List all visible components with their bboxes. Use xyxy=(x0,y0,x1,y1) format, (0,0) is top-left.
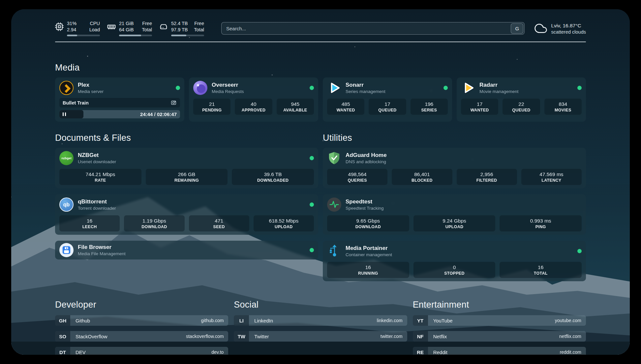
stat-remaining: 266 GBREMAINING xyxy=(146,169,228,185)
card-plex[interactable]: Plex Media server Bullet Train 24:44 / 0 xyxy=(55,77,184,122)
ram-progress-fill xyxy=(119,35,141,36)
stat-queued: 22QUEUED xyxy=(503,99,540,115)
search-input[interactable] xyxy=(226,26,511,31)
ram-label-2: Total xyxy=(142,27,152,33)
card-speedtest[interactable]: Speedtest Speedtest Tracking 9.65 GbpsDO… xyxy=(323,194,586,235)
ram-label-1: Free xyxy=(142,20,152,27)
link-url: linkedin.com xyxy=(377,315,407,326)
stat-series: 196SERIES xyxy=(411,99,448,115)
stat-seed: 471SEED xyxy=(189,215,249,231)
weather-location-temp: Lviv, 16.87°C xyxy=(551,22,586,29)
ram-total: 64 GiB xyxy=(119,27,134,33)
link-twitter[interactable]: TW Twitter twitter.com xyxy=(234,331,407,342)
card-portainer[interactable]: Media Portainer Container management 16R… xyxy=(323,241,586,281)
ram-icon xyxy=(107,22,116,31)
pause-button[interactable] xyxy=(63,112,66,116)
link-youtube[interactable]: YT YouTube youtube.com xyxy=(413,315,586,326)
stat-approved: 40APPROVED xyxy=(235,99,272,115)
search-engine-button[interactable]: G xyxy=(511,23,523,34)
card-subtitle: Media File Management xyxy=(78,251,126,256)
link-url: github.com xyxy=(201,315,228,326)
dashboard-screen: 31%2.94 CPULoad 21 GiB64 GiB xyxy=(11,9,630,355)
ram-stat: 21 GiB64 GiB FreeTotal xyxy=(107,20,152,36)
card-title: File Browser xyxy=(78,244,126,251)
card-subtitle: Usenet downloader xyxy=(78,159,116,164)
link-name: Twitter xyxy=(249,331,269,342)
link-netflix[interactable]: NF Netflix netflix.com xyxy=(413,331,586,342)
cpu-label-2: Load xyxy=(89,27,100,33)
playback-progress-bar: 24:44 / 02:06:47 xyxy=(59,110,180,118)
link-abbr: DT xyxy=(55,347,70,355)
stat-wanted: 485WANTED xyxy=(327,99,364,115)
card-sonarr[interactable]: Sonarr Series management 485WANTED 17QUE… xyxy=(323,77,452,122)
portainer-logo xyxy=(327,244,341,258)
stat-rate: 744.21 MbpsRATE xyxy=(59,169,141,185)
link-name: StackOverflow xyxy=(70,331,107,342)
card-title: Plex xyxy=(78,82,104,88)
link-abbr: YT xyxy=(413,315,428,326)
link-abbr: SO xyxy=(55,331,70,342)
link-stackoverflow[interactable]: SO StackOverflow stackoverflow.com xyxy=(55,331,228,342)
section-title-social: Social xyxy=(234,300,407,310)
card-filebrowser[interactable]: File Browser Media File Management xyxy=(55,241,318,259)
ram-free: 21 GiB xyxy=(119,20,134,27)
card-title: Radarr xyxy=(479,82,519,88)
section-title-entertainment: Entertainment xyxy=(413,300,586,310)
link-reddit[interactable]: RE Reddit reddit.com xyxy=(413,347,586,355)
card-radarr[interactable]: Radarr Movie management 17WANTED 22QUEUE… xyxy=(457,77,586,122)
card-subtitle: Torrent downloader xyxy=(78,206,116,211)
documents-column: Documents & Files nzbget NZBGet Usenet d… xyxy=(55,133,318,281)
status-dot-online xyxy=(310,156,314,160)
link-abbr: RE xyxy=(413,347,428,355)
card-qbittorrent[interactable]: qb qBittorrent Torrent downloader 16LEEC… xyxy=(55,194,318,235)
link-linkedin[interactable]: LI LinkedIn linkedin.com xyxy=(234,315,407,326)
search-bar: G xyxy=(221,22,525,35)
link-url: youtube.com xyxy=(555,315,586,326)
status-dot-online xyxy=(443,86,448,90)
stat-download: 1.19 GbpsDOWNLOAD xyxy=(124,215,184,231)
status-dot-online xyxy=(310,248,314,252)
media-grid: Plex Media server Bullet Train 24:44 / 0 xyxy=(55,77,586,122)
stat-leech: 16LEECH xyxy=(59,215,120,231)
disk-label-2: Total xyxy=(194,27,204,33)
qbittorrent-logo: qb xyxy=(59,197,74,212)
stat-upload: 9.24 GbpsUPLOAD xyxy=(413,215,496,231)
card-title: Media Portainer xyxy=(346,245,392,252)
card-subtitle: Media Requests xyxy=(212,89,244,94)
playback-time: 24:44 / 02:06:47 xyxy=(140,110,177,118)
link-github[interactable]: GH Github github.com xyxy=(55,315,228,326)
disk-stat: 52.4 TB97.9 TB FreeTotal xyxy=(159,20,204,36)
card-nzbget[interactable]: nzbget NZBGet Usenet downloader 744.21 M… xyxy=(55,148,318,188)
cpu-stat: 31%2.94 CPULoad xyxy=(55,20,100,36)
card-overseerr[interactable]: Overseerr Media Requests 21PENDING 40APP… xyxy=(189,77,318,122)
ram-progress-track xyxy=(119,35,152,36)
card-title: Speedtest xyxy=(346,198,384,205)
card-adguard[interactable]: AdGuard Home DNS and adblocking 498,564Q… xyxy=(323,148,586,188)
card-title: Sonarr xyxy=(346,82,385,88)
plex-logo xyxy=(59,81,74,95)
utilities-column: Utilities AdGuard xyxy=(323,133,586,281)
social-links: Social LI LinkedIn linkedin.com TW Twitt… xyxy=(234,300,407,355)
disk-total: 97.9 TB xyxy=(171,27,188,33)
link-url: stackoverflow.com xyxy=(186,331,228,342)
status-dot-online xyxy=(310,202,314,207)
link-url: reddit.com xyxy=(560,347,586,355)
card-subtitle: Media server xyxy=(78,89,104,94)
stat-upload: 618.52 MbpsUPLOAD xyxy=(254,215,314,231)
link-name: LinkedIn xyxy=(249,315,273,326)
link-name: Reddit xyxy=(428,347,447,355)
section-title-utilities: Utilities xyxy=(323,133,586,143)
desktop-frame: 31%2.94 CPULoad 21 GiB64 GiB xyxy=(0,0,641,364)
stat-latency: 47.569 msLATENCY xyxy=(521,169,582,185)
card-subtitle: Container management xyxy=(346,252,392,257)
link-dev-to[interactable]: DT DEV dev.to xyxy=(55,347,228,355)
stat-ping: 0.993 msPING xyxy=(500,215,582,231)
link-url: netflix.com xyxy=(559,331,586,342)
status-dot-online xyxy=(577,249,582,253)
disk-progress-track xyxy=(171,35,204,36)
status-dot-online xyxy=(577,86,582,90)
link-abbr: GH xyxy=(55,315,70,326)
cpu-usage: 31% xyxy=(67,20,76,27)
stat-blocked: 86,401BLOCKED xyxy=(392,169,452,185)
sonarr-logo xyxy=(327,81,341,95)
